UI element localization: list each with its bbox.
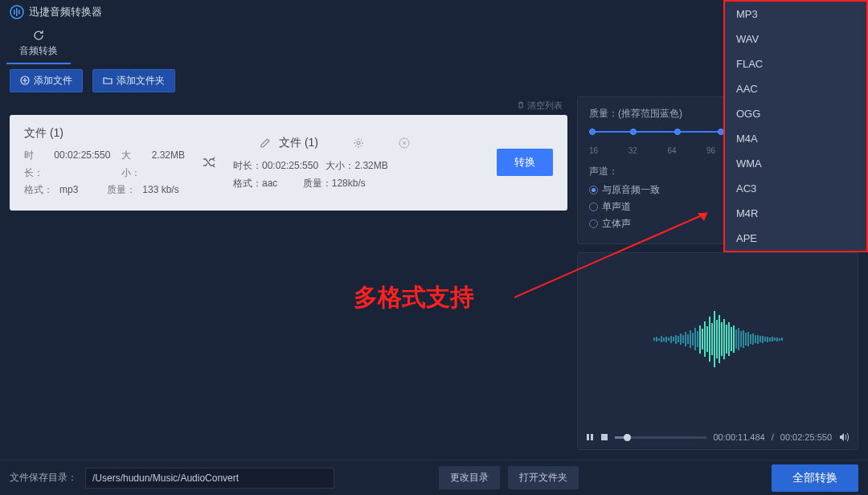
app-title: 迅捷音频转换器	[29, 5, 102, 19]
format-option-mp3[interactable]: MP3	[725, 2, 866, 27]
volume-icon[interactable]	[838, 432, 850, 443]
tab-label: 音频转换	[19, 44, 58, 58]
target-column: 文件 (1) 时长：00:02:25:550 大小：2.32MB 格式：aac …	[233, 133, 410, 192]
save-path-input[interactable]: /Users/hudun/Music/AudioConvert	[85, 468, 334, 489]
edit-icon[interactable]	[260, 137, 271, 149]
format-option-aac[interactable]: AAC	[725, 76, 866, 101]
radio-icon	[589, 219, 598, 228]
folder-icon	[103, 76, 113, 85]
source-column: 文件 (1) 时长：00:02:25:550 大小：2.32MB 格式：mp3 …	[24, 126, 185, 199]
clear-list-button[interactable]: 清空列表	[517, 100, 563, 110]
refresh-icon	[32, 29, 45, 42]
waveform-panel: 00:00:11.484 / 00:02:25:550	[577, 252, 858, 450]
swap-column	[193, 155, 225, 170]
convert-button[interactable]: 转换	[497, 149, 553, 176]
format-option-wma[interactable]: WMA	[725, 151, 866, 176]
convert-all-button[interactable]: 全部转换	[772, 464, 858, 492]
format-option-m4r[interactable]: M4R	[725, 201, 866, 226]
format-option-flac[interactable]: FLAC	[725, 51, 866, 76]
trash-icon	[517, 101, 525, 109]
svg-rect-10	[601, 434, 608, 440]
save-dir-label: 文件保存目录：	[10, 471, 77, 485]
svg-point-6	[357, 141, 360, 145]
radio-icon	[589, 186, 598, 194]
app-logo: 迅捷音频转换器	[10, 5, 102, 19]
format-option-ape[interactable]: APE	[725, 226, 866, 251]
format-option-ac3[interactable]: AC3	[725, 176, 866, 201]
svg-rect-1	[14, 10, 15, 14]
footer: 文件保存目录： /Users/hudun/Music/AudioConvert …	[0, 460, 868, 495]
player-controls: 00:00:11.484 / 00:02:25:550	[578, 425, 858, 449]
shuffle-icon[interactable]	[202, 155, 216, 170]
pause-icon[interactable]	[586, 433, 594, 441]
file-list-panel: 清空列表 文件 (1) 时长：00:02:25:550 大小：2.32MB 格式…	[10, 96, 567, 450]
radio-icon	[589, 202, 598, 211]
source-title: 文件 (1)	[24, 126, 63, 141]
add-folder-button[interactable]: 添加文件夹	[92, 69, 175, 92]
format-option-m4a[interactable]: M4A	[725, 126, 866, 151]
tab-audio-convert[interactable]: 音频转换	[6, 24, 71, 64]
change-dir-button[interactable]: 更改目录	[439, 466, 500, 489]
open-folder-button[interactable]: 打开文件夹	[508, 466, 579, 489]
format-dropdown[interactable]: MP3 WAV FLAC AAC OGG M4A WMA AC3 M4R APE	[723, 0, 868, 252]
time-total: 00:02:25:550	[780, 432, 832, 442]
target-title: 文件 (1)	[279, 133, 318, 153]
add-file-button[interactable]: 添加文件	[10, 69, 83, 92]
seek-handle[interactable]	[624, 434, 631, 441]
time-current: 00:00:11.484	[713, 432, 764, 442]
list-toolbar: 清空列表	[10, 96, 567, 115]
file-card: 文件 (1) 时长：00:02:25:550 大小：2.32MB 格式：mp3 …	[10, 115, 567, 211]
seek-bar[interactable]	[615, 436, 706, 439]
waveform-display	[578, 253, 858, 425]
svg-rect-8	[587, 434, 589, 440]
svg-rect-3	[18, 10, 20, 14]
close-icon[interactable]	[399, 137, 410, 149]
stop-icon[interactable]	[600, 433, 608, 441]
svg-rect-9	[591, 434, 593, 440]
svg-rect-2	[16, 8, 18, 16]
gear-icon[interactable]	[353, 137, 364, 149]
logo-icon	[10, 5, 24, 19]
format-option-wav[interactable]: WAV	[725, 27, 866, 51]
plus-circle-icon	[20, 76, 30, 85]
format-option-ogg[interactable]: OGG	[725, 101, 866, 126]
